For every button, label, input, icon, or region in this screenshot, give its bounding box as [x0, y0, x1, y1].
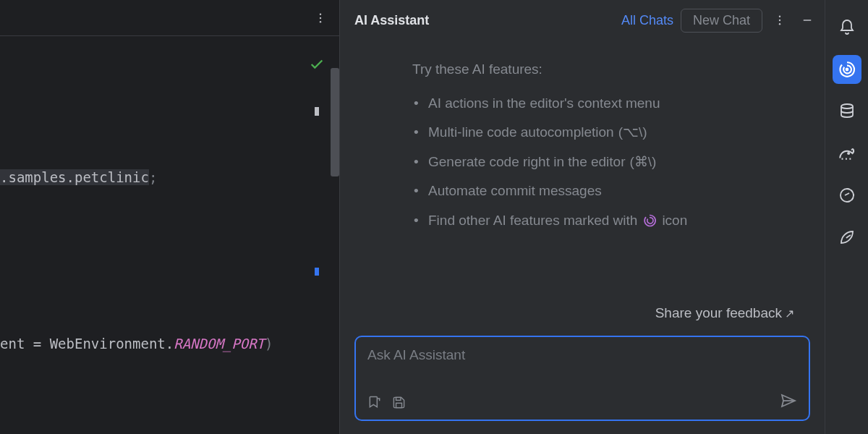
new-chat-button[interactable]: New Chat	[681, 9, 762, 33]
svg-point-1	[320, 17, 321, 18]
code-token: .samples.petclinic	[0, 169, 149, 185]
svg-point-5	[779, 23, 780, 25]
editor-pane: .samples.petclinic; ent = WebEnvironment…	[0, 0, 340, 434]
feedback-row: Share your feedback↗	[340, 297, 825, 321]
feature-item: Multi-line code autocompletion (⌥\)	[412, 122, 797, 143]
code-token: )	[265, 336, 273, 352]
right-tool-rail	[825, 0, 868, 434]
feature-text: icon	[662, 210, 687, 231]
feature-item: Find other AI features marked with icon	[412, 210, 797, 231]
svg-rect-7	[396, 397, 401, 400]
assistant-more-icon[interactable]	[770, 10, 790, 30]
svg-point-3	[779, 16, 780, 17]
editor-more-icon[interactable]	[312, 9, 329, 27]
svg-rect-8	[396, 403, 402, 407]
ai-swirl-icon	[642, 213, 658, 229]
chat-input-box[interactable]	[354, 336, 810, 421]
svg-point-12	[848, 153, 849, 154]
feedback-link[interactable]: Share your feedback↗	[655, 305, 794, 320]
feature-text: Find other AI features marked with	[428, 210, 637, 231]
save-icon[interactable]	[392, 396, 406, 409]
notifications-icon[interactable]	[833, 13, 861, 42]
spring-icon[interactable]	[833, 223, 861, 252]
code-token: ;	[149, 169, 157, 185]
feature-item: Generate code right in the editor (⌘\)	[412, 152, 797, 173]
assistant-header: AI Assistant All Chats New Chat	[340, 0, 825, 41]
database-icon[interactable]	[833, 97, 861, 126]
feature-text: Generate code right in the editor	[428, 152, 626, 173]
coverage-icon[interactable]	[833, 181, 861, 210]
svg-point-10	[846, 69, 848, 71]
chat-input-wrap	[354, 336, 810, 421]
feature-list: AI actions in the editor's context menu …	[412, 93, 797, 231]
assistant-title: AI Assistant	[354, 13, 614, 28]
shortcut-label: (⌥\)	[618, 122, 647, 143]
feature-item: AI actions in the editor's context menu	[412, 93, 797, 114]
shortcut-label: (⌘\)	[630, 152, 657, 173]
chat-input-toolbar	[367, 392, 797, 412]
feature-text: Automate commit messages	[428, 181, 602, 202]
all-chats-link[interactable]: All Chats	[621, 13, 673, 28]
bookmark-icon[interactable]	[367, 395, 382, 409]
external-link-icon: ↗	[785, 307, 794, 320]
gradle-icon[interactable]	[833, 139, 861, 168]
svg-point-0	[320, 13, 321, 14]
svg-point-2	[320, 21, 321, 22]
code-editor[interactable]: .samples.petclinic; ent = WebEnvironment…	[0, 65, 339, 434]
feedback-label: Share your feedback	[655, 305, 782, 320]
feature-text: Multi-line code autocompletion	[428, 122, 614, 143]
feature-text: AI actions in the editor's context menu	[428, 93, 660, 114]
try-heading: Try these AI features:	[412, 59, 797, 80]
send-icon[interactable]	[780, 392, 797, 412]
code-token: ent = WebEnvironment.	[0, 336, 174, 352]
svg-point-4	[779, 20, 780, 21]
assistant-body: Try these AI features: AI actions in the…	[340, 41, 825, 297]
ai-assistant-pane: AI Assistant All Chats New Chat Try thes…	[340, 0, 825, 434]
chat-input[interactable]	[367, 347, 797, 392]
ai-assistant-icon[interactable]	[833, 55, 861, 84]
svg-point-11	[841, 104, 853, 109]
feature-item: Automate commit messages	[412, 181, 797, 202]
editor-tab-bar	[0, 0, 339, 36]
code-token: RANDOM_PORT	[174, 336, 265, 352]
minimize-icon[interactable]	[797, 10, 817, 30]
